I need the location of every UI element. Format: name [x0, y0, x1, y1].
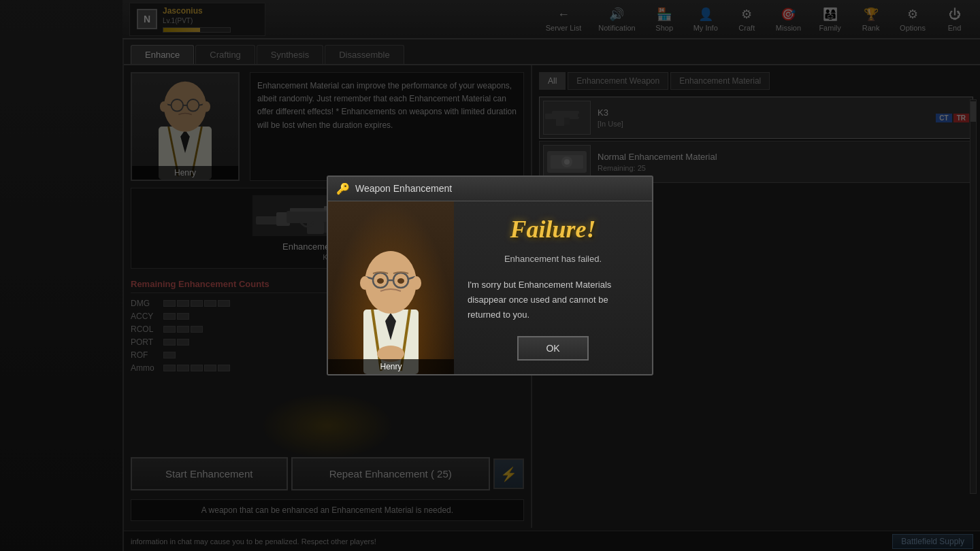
modal-title-text: Weapon Enhancement [355, 183, 452, 194]
modal-npc-name: Henry [328, 359, 454, 374]
modal-npc-svg [328, 238, 454, 374]
failure-subtitle: Enhancement has failed. [504, 254, 602, 264]
modal-ok-button[interactable]: OK [517, 336, 588, 361]
modal-title-icon: 🔑 [336, 182, 350, 195]
svg-point-42 [412, 276, 421, 290]
modal-titlebar: 🔑 Weapon Enhancement [328, 177, 652, 201]
weapon-enhancement-modal: 🔑 Weapon Enhancement [327, 176, 653, 375]
svg-point-43 [377, 278, 384, 284]
modal-right-content: Failure! Enhancement has failed. I'm sor… [454, 201, 652, 374]
failure-message: I'm sorry but Enhancement Materials disa… [464, 274, 642, 326]
modal-body: Henry Failure! Enhancement has failed. I… [328, 201, 652, 374]
modal-npc-side: Henry [328, 201, 454, 374]
svg-point-44 [397, 278, 404, 284]
modal-overlay: 🔑 Weapon Enhancement [0, 0, 980, 551]
svg-point-41 [360, 276, 370, 290]
failure-title: Failure! [510, 215, 595, 244]
